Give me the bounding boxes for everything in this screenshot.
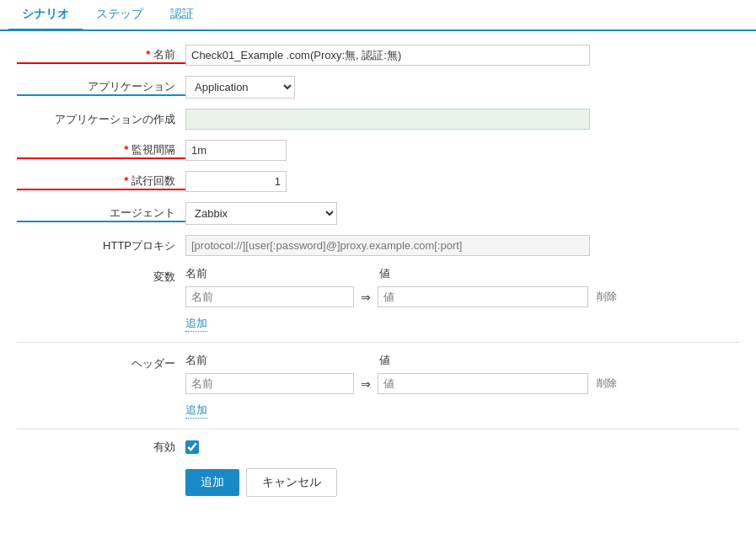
variables-col-name: 名前 [185,266,354,281]
name-row: 名前 [17,45,739,66]
headers-add-link[interactable]: 追加 [185,403,207,419]
tab-bar: シナリオ ステップ 認証 [0,0,756,31]
variables-header: 名前 値 [185,266,739,281]
header-arrow-icon: ⇒ [361,377,371,391]
http-proxy-input[interactable] [185,235,590,256]
form-container: 名前 アプリケーション Application アプリケーションの作成 監視間隔… [0,31,756,510]
variable-arrow-icon: ⇒ [361,291,371,304]
variables-row: ⇒ 削除 [185,286,739,307]
headers-row: ⇒ 削除 [185,373,739,394]
name-input[interactable] [185,45,590,66]
variables-col-value: 値 [379,266,390,281]
attempts-row: 試行回数 [17,171,739,192]
variables-content: 名前 値 ⇒ 削除 追加 [185,266,739,332]
variables-add-link[interactable]: 追加 [185,316,207,332]
name-label: 名前 [17,47,185,64]
variable-delete-button[interactable]: 削除 [597,290,617,304]
add-button[interactable]: 追加 [185,469,239,496]
divider2 [17,429,739,429]
app-create-input[interactable] [185,109,590,130]
interval-label: 監視間隔 [17,142,185,159]
tab-auth[interactable]: 認証 [157,0,207,31]
tab-step[interactable]: ステップ [83,0,157,31]
divider [17,342,739,343]
cancel-button[interactable]: キャンセル [246,468,337,497]
http-proxy-label: HTTPプロキシ [17,238,185,253]
app-label: アプリケーション [17,79,185,96]
app-create-label: アプリケーションの作成 [17,112,185,127]
enabled-row: 有効 [17,440,739,455]
headers-col-value: 値 [379,353,390,368]
tab-scenario[interactable]: シナリオ [8,0,83,31]
app-row: アプリケーション Application [17,76,739,99]
header-delete-button[interactable]: 削除 [597,376,617,391]
headers-header: 名前 値 [185,353,739,368]
variables-section: 変数 名前 値 ⇒ 削除 追加 [17,266,739,332]
variables-label: 変数 [17,266,185,332]
agent-select[interactable]: Zabbix [185,202,337,225]
header-name-input[interactable] [185,373,354,394]
enabled-checkbox[interactable] [185,440,199,454]
interval-row: 監視間隔 [17,140,739,161]
headers-label: ヘッダー [17,353,185,419]
variable-value-input[interactable] [378,286,588,307]
app-create-row: アプリケーションの作成 [17,109,739,130]
variable-name-input[interactable] [185,286,354,307]
headers-section: ヘッダー 名前 値 ⇒ 削除 追加 [17,353,739,419]
header-value-input[interactable] [378,373,588,394]
attempts-label: 試行回数 [17,173,185,190]
attempts-input[interactable] [185,171,287,192]
interval-input[interactable] [185,140,287,161]
http-proxy-row: HTTPプロキシ [17,235,739,256]
headers-content: 名前 値 ⇒ 削除 追加 [185,353,739,419]
headers-col-name: 名前 [185,353,354,368]
agent-row: エージェント Zabbix [17,202,739,225]
app-select[interactable]: Application [185,76,295,99]
enabled-label: 有効 [17,440,185,455]
agent-label: エージェント [17,205,185,222]
button-row: 追加 キャンセル [185,468,739,497]
